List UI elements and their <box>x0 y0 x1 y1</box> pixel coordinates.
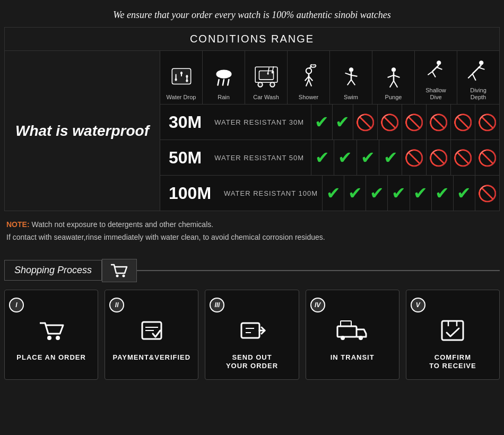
cell-100-4: ✔ <box>388 176 410 211</box>
check-icon: ✔ <box>457 183 471 203</box>
cross-icon: 🚫 <box>404 149 424 167</box>
data-rows: 30M WATER RESISTANT 30M ✔ ✔ 🚫 🚫 🚫 🚫 🚫 🚫 <box>160 105 499 211</box>
row-desc-30: WATER RESISTANT 30M <box>210 113 308 132</box>
process-steps: I PLACE AN ORDER II PAYMENT&VERIFIED III <box>4 290 500 380</box>
check-icon: ✔ <box>384 147 398 168</box>
row-30m: 30M WATER RESISTANT 30M ✔ ✔ 🚫 🚫 🚫 🚫 🚫 🚫 <box>160 105 499 140</box>
cell-30-8: 🚫 <box>475 105 499 140</box>
step-4: IV IN TRANSIT <box>306 290 399 380</box>
cell-50-6: 🚫 <box>427 140 451 175</box>
step-4-number: IV <box>310 298 325 312</box>
icon-punge: Punge <box>372 51 415 104</box>
step-1: I PLACE AN ORDER <box>4 290 98 380</box>
note-section: NOTE: Watch not exposure to detergents a… <box>0 211 504 248</box>
svg-point-43 <box>437 60 441 65</box>
svg-line-10 <box>222 80 223 85</box>
step-2: II PAYMENT&VERIFIED <box>105 290 198 380</box>
icon-shallow-dive: ShallowDive <box>415 51 457 104</box>
cross-icon: 🚫 <box>477 149 497 167</box>
cross-icon: 🚫 <box>429 149 448 167</box>
step-5: V COMFIRMTO RECEIVE <box>406 290 500 380</box>
cross-icon: 🚫 <box>477 113 497 132</box>
svg-point-2 <box>175 78 177 81</box>
svg-point-37 <box>391 67 395 72</box>
tagline: We ensure that your order every watch is… <box>0 0 504 27</box>
cell-100-3: ✔ <box>366 176 388 211</box>
cross-icon: 🚫 <box>453 113 473 132</box>
row-m-50: 50M <box>160 148 210 168</box>
svg-line-42 <box>394 81 397 87</box>
svg-line-24 <box>306 80 308 86</box>
check-icon: ✔ <box>413 183 428 203</box>
icon-label-diving-depth: DivingDepth <box>470 87 486 101</box>
step-2-number: II <box>109 298 124 312</box>
icon-label-punge: Punge <box>385 94 402 101</box>
cell-100-7: ✔ <box>454 176 475 211</box>
svg-line-50 <box>477 67 484 69</box>
check-icon: ✔ <box>435 183 449 203</box>
row-header-100m: 100M WATER RESISTANT 100M <box>160 176 323 211</box>
cross-icon: 🚫 <box>404 113 424 132</box>
icon-shower: Shower <box>288 51 330 104</box>
svg-line-25 <box>309 80 311 86</box>
step-1-label: PLACE AN ORDER <box>16 353 86 362</box>
svg-line-47 <box>432 72 435 77</box>
check-icon: ✔ <box>315 112 329 132</box>
row-m-100: 100M <box>160 184 220 203</box>
cell-30-1: ✔ <box>311 105 333 140</box>
cell-30-7: 🚫 <box>451 105 475 140</box>
check-icon: ✔ <box>315 147 329 168</box>
row-50m: 50M WATER RESISTANT 50M ✔ ✔ ✔ ✔ 🚫 🚫 🚫 🚫 <box>160 140 499 176</box>
waterproof-section: CONDITIONS RANGE What is waterproof <box>4 27 500 211</box>
step-3: III SEND OUTYOUR ORDER <box>205 290 299 380</box>
step-1-icon <box>38 319 65 347</box>
step-3-number: III <box>210 298 224 312</box>
step-2-label: PAYMENT&VERIFIED <box>112 353 190 362</box>
svg-line-45 <box>437 67 442 69</box>
row-desc-50: WATER RESISTANT 50M <box>210 149 308 167</box>
table-wrapper: What is waterproof <box>5 51 499 211</box>
cross-icon: 🚫 <box>429 113 448 132</box>
cell-100-6: ✔ <box>432 176 454 211</box>
svg-line-40 <box>394 75 399 77</box>
check-icon: ✔ <box>338 147 352 168</box>
cell-100-8: 🚫 <box>475 176 499 211</box>
check-icon: ✔ <box>335 112 350 132</box>
svg-line-51 <box>468 74 472 78</box>
icon-car-wash: Car Wash <box>245 51 288 104</box>
cell-50-8: 🚫 <box>475 140 499 175</box>
cell-30-2: ✔ <box>333 105 354 140</box>
cell-50-2: ✔ <box>334 140 357 175</box>
step-3-icon <box>238 319 266 347</box>
svg-point-7 <box>186 79 188 82</box>
note-text1: Watch not exposure to detergents and oth… <box>31 220 213 229</box>
cart-icon-box <box>102 259 137 282</box>
icon-header-row: Water Drop Rain <box>160 51 499 105</box>
icon-label-water-drop: Water Drop <box>167 94 196 101</box>
svg-rect-60 <box>241 323 259 338</box>
conditions-header: CONDITIONS RANGE <box>5 28 499 51</box>
svg-line-36 <box>351 80 355 85</box>
cross-icon: 🚫 <box>453 149 473 167</box>
note-line2: If contact with seawater,rinse immediate… <box>6 231 498 244</box>
svg-rect-68 <box>442 321 463 340</box>
row-100m: 100M WATER RESISTANT 100M ✔ ✔ ✔ ✔ ✔ ✔ ✔ … <box>160 176 499 211</box>
cell-50-1: ✔ <box>311 140 334 175</box>
svg-point-56 <box>56 336 60 340</box>
icon-diving-depth: DivingDepth <box>457 51 499 104</box>
svg-line-52 <box>472 74 475 80</box>
step-2-icon <box>138 319 166 347</box>
svg-rect-13 <box>259 71 273 80</box>
icon-water-drop: Water Drop <box>160 51 203 104</box>
row-header-50m: 50M WATER RESISTANT 50M <box>160 140 311 175</box>
svg-point-15 <box>270 82 274 86</box>
cell-30-4: 🚫 <box>378 105 402 140</box>
svg-point-8 <box>216 69 231 79</box>
cross-icon: 🚫 <box>355 113 375 132</box>
cell-50-4: ✔ <box>379 140 402 175</box>
cell-100-2: ✔ <box>344 176 366 211</box>
svg-point-14 <box>258 82 262 86</box>
svg-point-19 <box>271 71 273 73</box>
svg-point-48 <box>479 60 483 65</box>
svg-point-17 <box>267 72 268 74</box>
